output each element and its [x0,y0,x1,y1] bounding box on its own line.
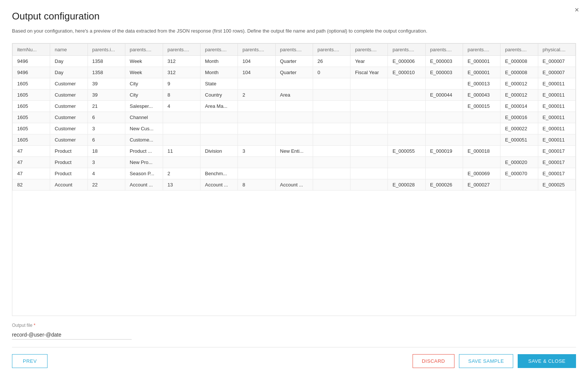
table-header-cell: parents.i... [88,43,125,55]
table-cell: 2 [163,168,200,179]
output-file-section: Output file * [12,316,576,344]
table-cell: City [125,78,163,89]
table-cell: 9 [163,78,200,89]
table-cell [313,145,350,156]
table-cell [163,134,200,145]
table-cell: Custome... [125,134,163,145]
table-header-cell: parents.... [313,43,350,55]
table-row: 1605Customer21Salesper...4Area Ma...E_00… [13,100,576,112]
table-cell: 13 [163,179,200,190]
table-cell: E_000012 [500,89,538,100]
table-header-cell: parents.... [275,43,313,55]
table-cell [238,100,275,112]
table-cell: E_000017 [538,145,575,156]
table-cell [350,112,388,123]
table-row: 47Product18Product ...11Division3New Ent… [13,145,576,156]
table-header-cell: physical.... [538,43,575,55]
table-cell: E_000006 [388,55,425,67]
table-row: 9496Day1358Week312Month104Quarter26YearE… [13,55,576,67]
table-cell: 9496 [13,55,50,67]
dialog-title: Output configuration [12,10,576,22]
close-button[interactable]: × [575,6,579,13]
table-cell: 1605 [13,89,50,100]
table-cell: Customer [50,123,88,134]
table-cell [425,168,463,179]
table-cell [200,123,238,134]
table-cell: E_000007 [538,55,575,67]
table-cell: E_000020 [500,156,538,168]
table-cell [425,123,463,134]
table-cell [313,179,350,190]
table-cell [313,78,350,89]
table-cell: New Pro... [125,156,163,168]
save-sample-button[interactable]: SAVE SAMPLE [459,354,514,368]
table-cell [388,168,425,179]
table-cell: E_000070 [500,168,538,179]
table-cell [275,100,313,112]
table-cell [313,134,350,145]
prev-button[interactable]: PREV [12,354,48,368]
table-cell: E_000003 [425,67,463,78]
table-row: 1605Customer6Custome...E_000051E_000011 [13,134,576,145]
table-cell: E_000028 [388,179,425,190]
table-cell: Month [200,67,238,78]
table-cell: E_000011 [538,134,575,145]
dialog-description: Based on your configuration, here's a pr… [12,27,483,35]
table-cell: Day [50,55,88,67]
table-row: 1605Customer3New Cus...E_000022E_000011 [13,123,576,134]
table-cell: Customer [50,100,88,112]
table-cell: E_000017 [538,156,575,168]
table-cell [350,78,388,89]
table-cell [313,123,350,134]
table-cell: Benchm... [200,168,238,179]
table-cell: E_000011 [538,89,575,100]
table-row: 1605Customer39City8Country2AreaE_000044E… [13,89,576,100]
table-cell [425,78,463,89]
table-header-cell: parents.... [500,43,538,55]
table-row: 47Product3New Pro...E_000020E_000017 [13,156,576,168]
table-cell [425,112,463,123]
output-file-input[interactable] [12,330,132,340]
table-cell: 1358 [88,55,125,67]
table-cell: 1605 [13,78,50,89]
table-cell [388,100,425,112]
table-cell: Product ... [125,145,163,156]
table-cell: Account ... [125,179,163,190]
table-cell: 9496 [13,67,50,78]
table-cell: E_000043 [463,89,500,100]
table-cell: 4 [163,100,200,112]
data-preview-table-container: itemNu...nameparents.i...parents....pare… [12,43,576,316]
save-close-button[interactable]: SAVE & CLOSE [518,354,576,368]
table-cell: E_000011 [538,78,575,89]
table-cell [350,156,388,168]
table-cell [425,100,463,112]
table-cell: Account [50,179,88,190]
footer-right-buttons: DISCARD SAVE SAMPLE SAVE & CLOSE [413,354,576,368]
table-cell: 8 [238,179,275,190]
table-cell [350,89,388,100]
table-cell: Quarter [275,55,313,67]
table-cell [350,168,388,179]
table-cell: Season P... [125,168,163,179]
table-cell: Customer [50,112,88,123]
table-cell: 104 [238,67,275,78]
table-cell: E_000019 [425,145,463,156]
table-cell: New Cus... [125,123,163,134]
table-cell [238,134,275,145]
table-cell [388,89,425,100]
table-header-cell: parents.... [238,43,275,55]
discard-button[interactable]: DISCARD [413,354,454,368]
table-header-row: itemNu...nameparents.i...parents....pare… [13,43,576,55]
table-cell [350,134,388,145]
table-cell: 22 [88,179,125,190]
table-header-cell: itemNu... [13,43,50,55]
table-cell [463,134,500,145]
table-cell: 0 [313,67,350,78]
table-cell: 47 [13,168,50,179]
table-cell [238,112,275,123]
table-cell [313,100,350,112]
table-cell: E_000011 [538,112,575,123]
required-marker: * [33,323,36,328]
table-cell: Account ... [200,179,238,190]
table-cell [463,123,500,134]
